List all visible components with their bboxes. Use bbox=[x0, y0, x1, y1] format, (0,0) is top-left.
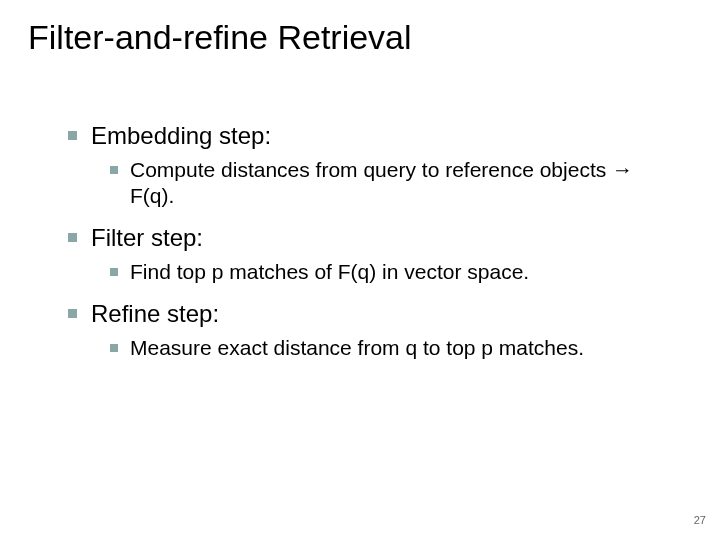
slide: Filter-and-refine Retrieval Embedding st… bbox=[0, 0, 720, 540]
slide-title: Filter-and-refine Retrieval bbox=[28, 18, 692, 57]
list-item-label: Filter step: bbox=[91, 223, 203, 253]
list-subitem-text: Find top p matches of F(q) in vector spa… bbox=[130, 259, 529, 285]
text-run: Compute distances from query to referenc… bbox=[130, 158, 612, 181]
list-subitem-text: Compute distances from query to referenc… bbox=[130, 157, 662, 209]
list-item-label: Embedding step: bbox=[91, 121, 271, 151]
arrow-icon: → bbox=[612, 158, 633, 181]
list-subitem: Measure exact distance from q to top p m… bbox=[110, 335, 692, 361]
slide-content: Embedding step: Compute distances from q… bbox=[28, 121, 692, 361]
text-run: F(q). bbox=[130, 184, 174, 207]
list-subitem: Compute distances from query to referenc… bbox=[110, 157, 692, 209]
text-run: Measure exact distance from q to top p m… bbox=[130, 336, 584, 359]
list-item: Filter step: bbox=[68, 223, 692, 253]
square-bullet-icon bbox=[68, 233, 77, 242]
square-bullet-icon bbox=[68, 309, 77, 318]
page-number: 27 bbox=[694, 514, 706, 526]
square-bullet-icon bbox=[110, 344, 118, 352]
square-bullet-icon bbox=[110, 166, 118, 174]
list-item: Embedding step: bbox=[68, 121, 692, 151]
list-item-label: Refine step: bbox=[91, 299, 219, 329]
list-subitem-text: Measure exact distance from q to top p m… bbox=[130, 335, 584, 361]
square-bullet-icon bbox=[110, 268, 118, 276]
square-bullet-icon bbox=[68, 131, 77, 140]
text-run: Find top p matches of F(q) in vector spa… bbox=[130, 260, 529, 283]
list-item: Refine step: bbox=[68, 299, 692, 329]
list-subitem: Find top p matches of F(q) in vector spa… bbox=[110, 259, 692, 285]
